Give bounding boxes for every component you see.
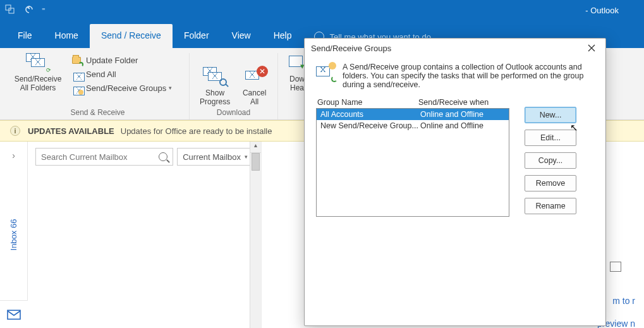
tab-send-receive[interactable]: Send / Receive [90,24,173,48]
group-row[interactable]: All AccountsOnline and Offline [317,109,509,120]
update-folder-button[interactable]: Update Folder [71,54,172,66]
search-input[interactable] [41,152,159,162]
send-all-button[interactable]: Send All [71,68,172,80]
cancel-icon: ✕ [257,66,268,77]
header-when: Send/Receive when [418,98,593,107]
header-group-name: Group Name [317,98,418,107]
pane-control-icon [610,262,621,272]
send-receive-groups-dialog: Send/Receive Groups A Send/Receive group… [304,38,606,326]
show-progress-button[interactable]: Show Progress [196,67,234,106]
ribbon-group-label: Send & Receive [6,108,189,117]
cancel-all-button[interactable]: ✕ Cancel All [238,67,271,106]
dialog-titlebar: Send/Receive Groups [305,39,605,58]
message-list-pane: Current Mailbox▾ ▴ [28,142,262,328]
inbox-label[interactable]: Inbox 66 [9,219,18,251]
scroll-thumb[interactable] [252,153,260,171]
remove-button[interactable]: Remove [525,175,576,191]
list-headers: Group Name Send/Receive when [316,98,594,107]
group-row[interactable]: New Send/Receive Group...Online and Offl… [317,120,509,131]
folder-rail: › Inbox 66 [0,142,28,328]
expand-rail-button[interactable]: › [0,142,27,169]
send-receive-icon [316,63,335,80]
tab-view[interactable]: View [221,24,262,48]
window-title: - Outlook [585,6,619,15]
send-receive-groups-dropdown[interactable]: Send/Receive Groups▾ [71,82,172,94]
copy-button[interactable]: Copy... [525,152,576,169]
dialog-description: A Send/Receive group contains a collecti… [343,63,594,89]
svg-rect-2 [8,310,20,319]
window-titlebar: ⁼ - Outlook [0,0,644,20]
ribbon-group-label: Download [190,108,277,117]
qat-customize-icon[interactable]: ⁼ [42,6,46,15]
dialog-buttons: New... Edit... Copy... Remove Rename [525,107,576,214]
rename-button[interactable]: Rename [525,198,576,214]
updates-message: Updates for Office are ready to be insta… [121,126,272,136]
new-button[interactable]: New... [525,107,576,123]
groups-listbox[interactable]: All AccountsOnline and Offline New Send/… [316,108,509,217]
app-icon [4,3,18,17]
edit-button[interactable]: Edit... [525,130,576,146]
search-scope-dropdown[interactable]: Current Mailbox▾ [177,148,253,166]
svg-rect-0 [6,5,11,10]
search-box[interactable] [35,148,173,166]
tab-home[interactable]: Home [44,24,90,48]
send-receive-all-folders-button[interactable]: ⟳ Send/Receive All Folders [13,53,63,92]
undo-icon[interactable] [24,4,35,17]
dialog-close-button[interactable] [584,40,599,56]
truncated-text: m to r [612,296,635,306]
search-icon[interactable] [159,152,167,161]
tab-folder[interactable]: Folder [173,24,221,48]
updates-title: UPDATES AVAILABLE [28,126,114,136]
tab-file[interactable]: File [6,24,44,48]
tab-help[interactable]: Help [262,24,303,48]
info-icon: i [10,126,20,136]
scroll-up-button[interactable]: ▴ [250,142,261,153]
svg-rect-1 [9,8,14,13]
mail-nav-icon[interactable] [0,300,28,328]
scrollbar[interactable]: ▴ [250,142,261,328]
dialog-title: Send/Receive Groups [311,44,391,53]
